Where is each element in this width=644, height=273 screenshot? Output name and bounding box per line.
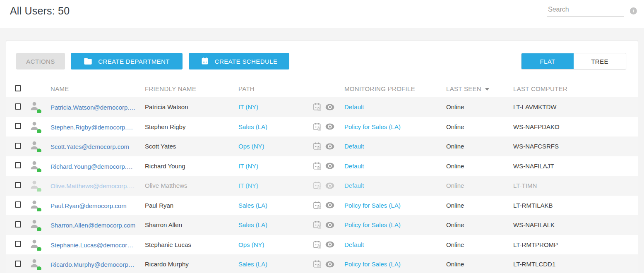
row-avatar-cell: [25, 180, 46, 192]
last-computer-text: WS-NAFCSRFS: [509, 143, 638, 150]
table-header-row: NAME FRIENDLY NAME PATH MONITORING PROFI…: [6, 81, 638, 97]
path-link[interactable]: Sales (LA): [238, 202, 267, 209]
row-avatar-cell: [25, 140, 46, 152]
monitoring-profile-link[interactable]: Policy for Sales (LA): [344, 202, 401, 209]
user-name-link[interactable]: Paul.Ryan@democorp.com: [50, 202, 127, 209]
path-link[interactable]: Ops (NY): [238, 241, 264, 248]
path-link[interactable]: Sales (LA): [238, 221, 267, 228]
schedule-calendar-icon[interactable]: [312, 102, 322, 112]
online-status-dot: [37, 109, 41, 113]
view-toggle-tree[interactable]: TREE: [574, 53, 626, 69]
schedule-calendar-icon[interactable]: [312, 122, 322, 132]
monitoring-profile-link[interactable]: Default: [344, 241, 364, 248]
online-status-dot: [37, 247, 41, 251]
eye-icon[interactable]: [325, 102, 335, 112]
user-name-link[interactable]: Olive.Matthews@democorp.com: [50, 182, 136, 189]
select-all-checkbox[interactable]: [15, 85, 21, 91]
schedule-calendar-icon[interactable]: [312, 161, 322, 171]
row-checkbox[interactable]: [15, 221, 21, 228]
row-checkbox[interactable]: [15, 241, 21, 247]
table-row: Richard.Young@democorp.com Richard Young…: [6, 156, 638, 176]
last-seen-text: Online: [442, 103, 509, 110]
table-row: Patricia.Watson@democorp.com Patricia Wa…: [6, 97, 638, 117]
eye-icon[interactable]: [325, 259, 335, 269]
row-checkbox[interactable]: [15, 182, 21, 188]
schedule-calendar-icon[interactable]: [312, 141, 322, 151]
friendly-name-text: Richard Young: [140, 163, 234, 170]
table-row: Stephen.Rigby@democorp.com Stephen Rigby…: [6, 117, 638, 137]
user-avatar-icon: [29, 224, 40, 231]
path-link[interactable]: Sales (LA): [238, 261, 267, 268]
eye-icon[interactable]: [325, 200, 335, 210]
user-name-link[interactable]: Stephen.Rigby@democorp.com: [50, 124, 136, 131]
row-checkbox[interactable]: [15, 201, 21, 208]
user-name-link[interactable]: Stephanie.Lucas@democorp.com: [50, 242, 136, 249]
path-link[interactable]: Ops (NY): [238, 143, 264, 150]
eye-icon[interactable]: [325, 239, 335, 249]
row-path-cell: IT (NY): [234, 103, 308, 110]
last-computer-text: LT-RMTLCDD1: [509, 261, 638, 268]
column-header-friendly-name[interactable]: FRIENDLY NAME: [140, 85, 234, 92]
schedule-calendar-icon[interactable]: [312, 220, 322, 230]
row-checkbox[interactable]: [15, 143, 21, 149]
path-link[interactable]: IT (NY): [238, 103, 258, 110]
info-icon[interactable]: i: [630, 7, 637, 14]
row-name-cell: Sharron.Allen@democorp.com: [46, 221, 140, 229]
create-schedule-button[interactable]: CREATE SCHEDULE: [189, 53, 289, 69]
table-row: Stephanie.Lucas@democorp.com Stephanie L…: [6, 235, 638, 255]
monitoring-profile-link[interactable]: Policy for Sales (LA): [344, 261, 401, 268]
table-row: Scott.Yates@democorp.com Scott Yates Ops…: [6, 136, 638, 156]
monitoring-profile-link[interactable]: Policy for Sales (LA): [344, 123, 401, 130]
schedule-calendar-icon[interactable]: [312, 259, 322, 269]
user-name-link[interactable]: Scott.Yates@democorp.com: [50, 143, 129, 150]
row-profile-cell: Default: [340, 182, 442, 189]
search-input[interactable]: [547, 4, 624, 17]
path-link[interactable]: Sales (LA): [238, 123, 267, 130]
schedule-calendar-icon[interactable]: [312, 201, 322, 210]
column-header-name[interactable]: NAME: [46, 85, 140, 92]
schedule-calendar-icon[interactable]: [312, 240, 322, 249]
row-path-cell: Sales (LA): [234, 202, 308, 209]
row-checkbox[interactable]: [15, 261, 21, 267]
eye-icon[interactable]: [325, 161, 335, 171]
column-header-path[interactable]: PATH: [234, 85, 308, 92]
row-name-cell: Ricardo.Murphy@democorp.com: [46, 260, 140, 268]
row-checkbox[interactable]: [15, 103, 21, 110]
row-profile-cell: Default: [340, 163, 442, 170]
actions-button[interactable]: ACTIONS: [16, 53, 65, 69]
sort-desc-arrow-icon[interactable]: [485, 88, 489, 91]
monitoring-profile-link[interactable]: Default: [344, 103, 364, 110]
create-department-button[interactable]: CREATE DEPARTMENT: [71, 53, 183, 69]
monitoring-profile-link[interactable]: Default: [344, 182, 364, 189]
row-checkbox[interactable]: [15, 123, 21, 129]
monitoring-profile-link[interactable]: Default: [344, 143, 364, 150]
user-name-link[interactable]: Patricia.Watson@democorp.com: [50, 104, 136, 111]
column-header-last-computer[interactable]: LAST COMPUTER: [509, 85, 638, 92]
row-checkbox[interactable]: [15, 162, 21, 168]
eye-icon[interactable]: [325, 181, 335, 191]
eye-icon[interactable]: [325, 220, 335, 230]
user-name-link[interactable]: Richard.Young@democorp.com: [50, 163, 136, 170]
online-status-dot: [37, 168, 41, 172]
column-header-monitoring-profile[interactable]: MONITORING PROFILE: [340, 85, 442, 92]
row-avatar-cell: [25, 121, 46, 133]
eye-icon[interactable]: [325, 141, 335, 151]
user-name-link[interactable]: Ricardo.Murphy@democorp.com: [50, 261, 136, 268]
last-computer-text: LT-RMTILAKB: [509, 202, 638, 209]
user-avatar-icon: [29, 204, 40, 211]
monitoring-profile-link[interactable]: Policy for Sales (LA): [344, 221, 401, 228]
schedule-calendar-icon[interactable]: [312, 181, 322, 190]
user-name-link[interactable]: Sharron.Allen@democorp.com: [50, 222, 135, 229]
friendly-name-text: Patricia Watson: [140, 103, 234, 110]
path-link[interactable]: IT (NY): [238, 163, 258, 170]
user-avatar-icon: [29, 126, 40, 133]
eye-icon[interactable]: [325, 122, 335, 132]
row-checkbox-cell: [6, 201, 25, 209]
row-action-icons: [308, 141, 340, 151]
friendly-name-text: Paul Ryan: [140, 202, 234, 209]
view-toggle-flat[interactable]: FLAT: [521, 53, 574, 69]
column-header-last-seen[interactable]: LAST SEEN: [442, 85, 509, 92]
row-name-cell: Patricia.Watson@democorp.com: [46, 103, 140, 111]
path-link[interactable]: IT (NY): [238, 182, 258, 189]
monitoring-profile-link[interactable]: Default: [344, 163, 364, 170]
